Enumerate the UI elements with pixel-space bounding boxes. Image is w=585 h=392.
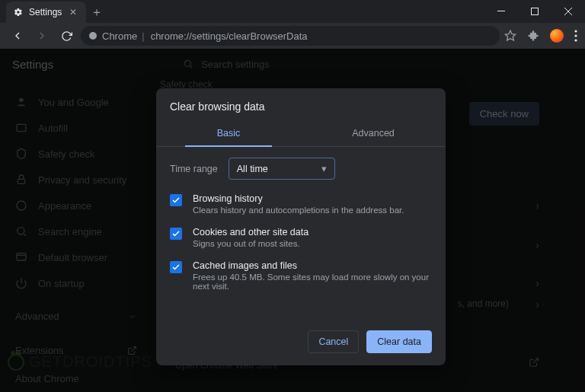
time-range-row: Time range All time ▾ [156,147,446,186]
menu-icon[interactable] [574,30,577,42]
bookmark-star-icon[interactable] [504,30,516,42]
url-path: chrome://settings/clearBrowserData [151,30,308,42]
back-button[interactable] [8,26,27,46]
chrome-logo-icon [88,31,98,40]
site-info[interactable]: Chrome | [88,30,145,42]
minimize-button[interactable] [484,0,518,23]
cancel-button[interactable]: Cancel [308,330,359,353]
option-title: Cookies and other site data [193,227,308,237]
toolbar-right [504,29,577,43]
new-tab-button[interactable]: ＋ [86,2,107,23]
titlebar: Settings ✕ ＋ [0,0,585,23]
tab-basic[interactable]: Basic [156,120,301,146]
svg-point-7 [574,34,577,37]
settings-page: Settings Search settings Safety check Yo… [0,49,585,392]
time-range-select[interactable]: All time ▾ [229,158,335,180]
svg-rect-1 [532,8,539,15]
clear-data-button[interactable]: Clear data [366,330,432,353]
option-subtitle: Clears history and autocompletions in th… [193,206,404,215]
clear-options-list: Browsing history Clears history and auto… [156,186,446,297]
tab-advanced[interactable]: Advanced [301,120,446,146]
reload-button[interactable] [56,26,76,46]
gear-icon [14,8,23,17]
checkbox-checked-icon[interactable] [170,261,182,273]
profile-avatar[interactable] [550,29,564,43]
checkbox-checked-icon[interactable] [170,194,182,206]
address-bar[interactable]: Chrome | chrome://settings/clearBrowserD… [81,26,500,46]
option-cache[interactable]: Cached images and files Frees up 40.5 MB… [170,260,432,291]
chevron-down-icon: ▾ [321,163,327,174]
window-controls [484,0,585,23]
extensions-icon[interactable] [527,30,539,42]
tab-strip: Settings ✕ ＋ [0,0,484,23]
option-subtitle: Frees up 40.5 MB. Some sites may load mo… [193,272,432,291]
option-subtitle: Signs you out of most sites. [193,239,308,248]
svg-point-6 [574,30,577,32]
url-separator: | [142,30,144,42]
dialog-buttons: Cancel Clear data [156,297,446,365]
svg-rect-0 [497,11,505,11]
url-scheme: Chrome [102,30,137,42]
time-range-label: Time range [170,164,218,174]
option-title: Browsing history [193,193,404,204]
clear-browsing-data-dialog: Clear browsing data Basic Advanced Time … [156,88,446,365]
forward-button[interactable] [32,26,52,46]
time-range-value: All time [237,164,268,174]
close-tab-icon[interactable]: ✕ [68,7,78,18]
chrome-window: Settings ✕ ＋ [0,0,585,392]
dialog-tabs: Basic Advanced [156,120,446,147]
browser-tab-settings[interactable]: Settings ✕ [6,2,86,23]
option-cookies[interactable]: Cookies and other site data Signs you ou… [170,227,432,248]
svg-marker-5 [505,30,515,40]
close-window-button[interactable] [551,0,585,23]
option-browsing-history[interactable]: Browsing history Clears history and auto… [170,193,432,215]
svg-point-4 [89,32,97,40]
dialog-title: Clear browsing data [156,88,446,120]
option-title: Cached images and files [193,260,432,271]
browser-toolbar: Chrome | chrome://settings/clearBrowserD… [0,23,585,49]
checkbox-checked-icon[interactable] [170,228,182,240]
maximize-button[interactable] [518,0,551,23]
svg-point-8 [574,39,577,41]
tab-title: Settings [29,7,62,18]
